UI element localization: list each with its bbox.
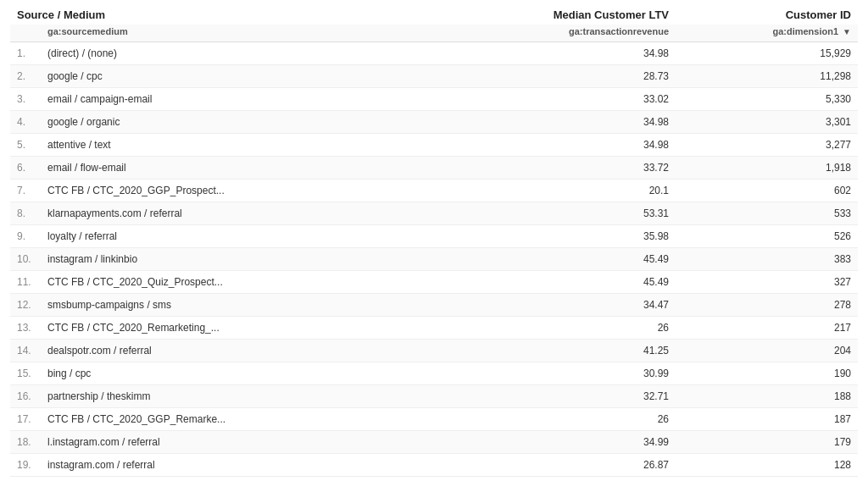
table-row: 17.CTC FB / CTC_2020_GGP_Remarke...26187 [10, 408, 858, 431]
table-row: 3.email / campaign-email33.025,330 [10, 88, 858, 111]
customer-id-header: Customer ID [676, 0, 858, 25]
customer-id-sub[interactable]: ga:dimension1 ▼ [676, 25, 858, 42]
source-medium-cell: instagram.com / referral [41, 454, 420, 477]
row-number: 10. [10, 248, 41, 271]
table-row: 18.l.instagram.com / referral34.99179 [10, 431, 858, 454]
customer-id-cell: 602 [676, 180, 858, 202]
row-number: 17. [10, 408, 41, 431]
source-medium-cell: bing / cpc [41, 362, 420, 385]
row-number: 18. [10, 431, 41, 454]
customer-id-cell: 15,929 [676, 42, 858, 65]
source-medium-cell: smsbump-campaigns / sms [41, 294, 420, 317]
table-row: 14.dealspotr.com / referral41.25204 [10, 340, 858, 362]
row-number: 19. [10, 454, 41, 477]
customer-id-cell: 3,301 [676, 111, 858, 134]
median-ltv-cell: 20.1 [420, 180, 676, 202]
median-ltv-cell: 34.99 [420, 431, 676, 454]
customer-id-cell: 327 [676, 271, 858, 294]
table-row: 11.CTC FB / CTC_2020_Quiz_Prospect...45.… [10, 271, 858, 294]
median-ltv-cell: 53.31 [420, 202, 676, 225]
table-row: 8.klarnapayments.com / referral53.31533 [10, 202, 858, 225]
table-row: 2.google / cpc28.7311,298 [10, 65, 858, 88]
source-medium-sub: ga:sourcemedium [41, 25, 420, 42]
median-ltv-cell: 26 [420, 317, 676, 340]
row-number: 11. [10, 271, 41, 294]
median-ltv-sub: ga:transactionrevenue [420, 25, 676, 42]
table-row: 7.CTC FB / CTC_2020_GGP_Prospect...20.16… [10, 180, 858, 202]
source-medium-header: Source / Medium [10, 0, 420, 25]
median-ltv-cell: 33.72 [420, 157, 676, 180]
customer-id-cell: 187 [676, 408, 858, 431]
median-ltv-cell: 41.25 [420, 340, 676, 362]
median-ltv-cell: 45.49 [420, 248, 676, 271]
median-ltv-cell: 34.98 [420, 42, 676, 65]
table-row: 16.partnership / theskimm32.71188 [10, 385, 858, 408]
source-medium-cell: CTC FB / CTC_2020_Quiz_Prospect... [41, 271, 420, 294]
row-number: 4. [10, 111, 41, 134]
row-number: 2. [10, 65, 41, 88]
source-medium-cell: (direct) / (none) [41, 42, 420, 65]
pagination: 1 - 100 / 244 ‹ › [10, 477, 858, 481]
source-medium-cell: loyalty / referral [41, 225, 420, 248]
source-medium-cell: CTC FB / CTC_2020_GGP_Prospect... [41, 180, 420, 202]
median-ltv-cell: 33.02 [420, 88, 676, 111]
source-medium-cell: instagram / linkinbio [41, 248, 420, 271]
median-ltv-cell: 34.47 [420, 294, 676, 317]
data-table: Source / Medium Median Customer LTV Cust… [10, 0, 858, 477]
table-row: 19.instagram.com / referral26.87128 [10, 454, 858, 477]
column-headers: Source / Medium Median Customer LTV Cust… [10, 0, 858, 25]
row-number: 12. [10, 294, 41, 317]
customer-id-cell: 526 [676, 225, 858, 248]
median-ltv-cell: 34.98 [420, 134, 676, 157]
customer-id-cell: 190 [676, 362, 858, 385]
customer-id-cell: 1,918 [676, 157, 858, 180]
source-medium-cell: google / cpc [41, 65, 420, 88]
source-medium-cell: dealspotr.com / referral [41, 340, 420, 362]
column-sub-headers: ga:sourcemedium ga:transactionrevenue ga… [10, 25, 858, 42]
customer-id-cell: 188 [676, 385, 858, 408]
customer-id-cell: 128 [676, 454, 858, 477]
row-number: 8. [10, 202, 41, 225]
row-number: 16. [10, 385, 41, 408]
median-ltv-cell: 32.71 [420, 385, 676, 408]
median-ltv-cell: 28.73 [420, 65, 676, 88]
table-row: 12.smsbump-campaigns / sms34.47278 [10, 294, 858, 317]
median-ltv-cell: 45.49 [420, 271, 676, 294]
source-medium-cell: email / campaign-email [41, 88, 420, 111]
num-sub [10, 25, 41, 42]
median-ltv-cell: 34.98 [420, 111, 676, 134]
customer-id-cell: 204 [676, 340, 858, 362]
table-row: 10.instagram / linkinbio45.49383 [10, 248, 858, 271]
row-number: 13. [10, 317, 41, 340]
row-number: 1. [10, 42, 41, 65]
table-row: 4.google / organic34.983,301 [10, 111, 858, 134]
customer-id-cell: 3,277 [676, 134, 858, 157]
median-ltv-header: Median Customer LTV [420, 0, 676, 25]
table-body: 1.(direct) / (none)34.9815,9292.google /… [10, 42, 858, 477]
customer-id-cell: 278 [676, 294, 858, 317]
median-ltv-cell: 30.99 [420, 362, 676, 385]
source-medium-cell: attentive / text [41, 134, 420, 157]
row-number: 6. [10, 157, 41, 180]
median-ltv-cell: 26.87 [420, 454, 676, 477]
customer-id-cell: 179 [676, 431, 858, 454]
source-medium-cell: google / organic [41, 111, 420, 134]
row-number: 5. [10, 134, 41, 157]
customer-id-cell: 217 [676, 317, 858, 340]
customer-id-cell: 383 [676, 248, 858, 271]
row-number: 9. [10, 225, 41, 248]
table-container: Source / Medium Median Customer LTV Cust… [0, 0, 868, 481]
row-number: 15. [10, 362, 41, 385]
median-ltv-cell: 26 [420, 408, 676, 431]
table-row: 6.email / flow-email33.721,918 [10, 157, 858, 180]
table-row: 13.CTC FB / CTC_2020_Remarketing_...2621… [10, 317, 858, 340]
table-row: 1.(direct) / (none)34.9815,929 [10, 42, 858, 65]
customer-id-cell: 5,330 [676, 88, 858, 111]
source-medium-cell: l.instagram.com / referral [41, 431, 420, 454]
customer-id-cell: 533 [676, 202, 858, 225]
row-number: 14. [10, 340, 41, 362]
sort-icon: ▼ [843, 27, 851, 36]
table-row: 15.bing / cpc30.99190 [10, 362, 858, 385]
row-number: 7. [10, 180, 41, 202]
median-ltv-cell: 35.98 [420, 225, 676, 248]
